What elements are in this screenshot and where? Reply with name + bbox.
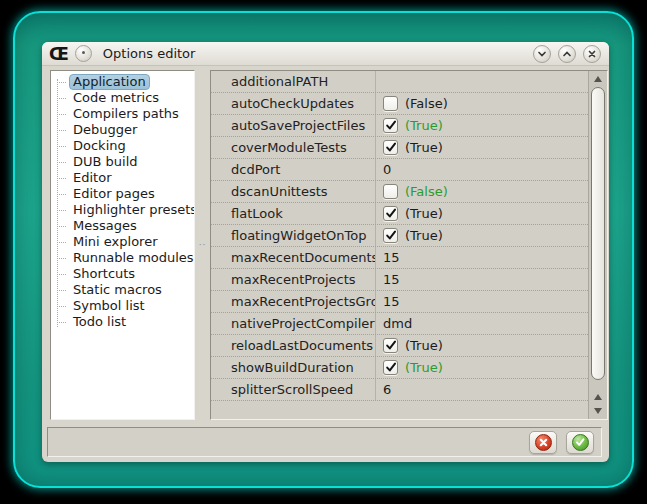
sidebar-item[interactable]: Shortcuts [51, 266, 194, 282]
row-value-text: dmd [383, 313, 412, 334]
value-checkbox[interactable] [383, 140, 398, 155]
table-row[interactable]: maxRecentDocuments 15 [211, 247, 588, 269]
property-value-cell[interactable]: (True) [376, 115, 588, 136]
scroll-up-button[interactable] [589, 72, 607, 86]
sidebar-item[interactable]: Mini explorer [51, 234, 194, 250]
table-row[interactable]: floatingWidgetOnTop (True) [211, 225, 588, 247]
property-value-cell[interactable]: 15 [376, 291, 588, 312]
sidebar-item[interactable]: Symbol list [51, 298, 194, 314]
table-row[interactable]: showBuildDuration (True) [211, 357, 588, 379]
property-value-cell[interactable]: (True) [376, 137, 588, 158]
property-value-cell[interactable]: 15 [376, 247, 588, 268]
table-row[interactable]: maxRecentProjects 15 [211, 269, 588, 291]
check-icon [385, 141, 397, 153]
sidebar-item[interactable]: Runnable modules [51, 250, 194, 266]
property-value-cell[interactable]: dmd [376, 313, 588, 334]
scroll-up-button-bottom[interactable] [589, 390, 607, 404]
category-tree[interactable]: Application Code metrics Compilers paths… [50, 70, 195, 420]
scroll-down-button[interactable] [589, 404, 607, 418]
table-row[interactable]: additionalPATH [211, 71, 588, 93]
property-value-cell[interactable]: 6 [376, 379, 588, 400]
table-row[interactable]: nativeProjectCompiler dmd [211, 313, 588, 335]
table-row[interactable]: autoSaveProjectFiles (True) [211, 115, 588, 137]
close-icon [587, 49, 597, 59]
table-row[interactable]: dscanUnittests (False) [211, 181, 588, 203]
property-grid[interactable]: additionalPATH autoCheckUpdates [210, 70, 608, 420]
sidebar-item[interactable]: Highlighter presets [51, 202, 194, 218]
sidebar-item-label: Todo list [69, 314, 130, 330]
coedit-logo-icon[interactable]: Œ [49, 43, 68, 65]
value-checkbox[interactable] [383, 338, 398, 353]
sidebar-item-label: Docking [69, 138, 130, 154]
pin-button[interactable] [75, 45, 92, 62]
maximize-button[interactable] [558, 45, 576, 63]
triangle-up-icon [594, 76, 602, 82]
property-value-cell[interactable]: (True) [376, 225, 588, 246]
property-value-cell[interactable]: (True) [376, 335, 588, 356]
sidebar-item[interactable]: Debugger [51, 122, 194, 138]
sidebar-item[interactable]: Editor pages [51, 186, 194, 202]
table-row[interactable]: flatLook (True) [211, 203, 588, 225]
triangle-up-icon [594, 394, 602, 400]
sidebar-item[interactable]: Compilers paths [51, 106, 194, 122]
table-row[interactable]: reloadLastDocuments (True) [211, 335, 588, 357]
sidebar-item[interactable]: Application [51, 74, 194, 90]
property-name: dscanUnittests [211, 181, 376, 202]
property-value-cell[interactable]: (False) [376, 181, 588, 202]
table-row[interactable]: autoCheckUpdates (False) [211, 93, 588, 115]
property-value-cell[interactable]: (True) [376, 203, 588, 224]
scrollbar-thumb[interactable] [591, 87, 605, 380]
property-value-cell[interactable] [376, 71, 588, 92]
table-row[interactable]: maxRecentProjectsGrou 15 [211, 291, 588, 313]
value-checkbox[interactable] [383, 228, 398, 243]
property-value-cell[interactable]: (True) [376, 357, 588, 378]
screenshot-stage: Œ Options editor [0, 0, 647, 504]
value-checkbox[interactable] [383, 118, 398, 133]
panel-splitter[interactable]: ·· [195, 70, 210, 420]
close-button[interactable] [583, 45, 601, 63]
window-title: Options editor [103, 46, 196, 61]
property-name: additionalPATH [211, 71, 376, 92]
minimize-button[interactable] [533, 45, 551, 63]
table-row[interactable]: coverModuleTests (True) [211, 137, 588, 159]
sidebar-item[interactable]: DUB build [51, 154, 194, 170]
sidebar-item[interactable]: Docking [51, 138, 194, 154]
property-name: showBuildDuration [211, 357, 376, 378]
property-value-cell[interactable]: 15 [376, 269, 588, 290]
check-icon [385, 207, 397, 219]
sidebar-item-label: Compilers paths [69, 106, 183, 122]
triangle-down-icon [594, 408, 602, 414]
sidebar-item-label: Debugger [69, 122, 141, 138]
value-checkbox[interactable] [383, 360, 398, 375]
dot-pin-icon [82, 51, 85, 54]
sidebar-item-label: Code metrics [69, 90, 163, 106]
vertical-scrollbar[interactable] [588, 71, 607, 419]
sidebar-item[interactable]: Editor [51, 170, 194, 186]
titlebar[interactable]: Œ Options editor [42, 42, 609, 66]
sidebar-item-label: Editor [69, 170, 115, 186]
splitter-grip-icon: ·· [199, 243, 207, 247]
cancel-button[interactable] [529, 431, 557, 454]
window-frame: Œ Options editor [13, 11, 634, 488]
property-value-cell[interactable]: (False) [376, 93, 588, 114]
sidebar-item[interactable]: Code metrics [51, 90, 194, 106]
row-value-text: (True) [405, 335, 443, 356]
row-value-text: 15 [383, 291, 400, 312]
sidebar-item[interactable]: Todo list [51, 314, 194, 330]
property-name: floatingWidgetOnTop [211, 225, 376, 246]
property-value-cell[interactable]: 0 [376, 159, 588, 180]
sidebar-item[interactable]: Messages [51, 218, 194, 234]
row-value-text: (True) [405, 115, 443, 136]
value-checkbox[interactable] [383, 206, 398, 221]
sidebar-item[interactable]: Static macros [51, 282, 194, 298]
property-name: flatLook [211, 203, 376, 224]
table-row[interactable]: dcdPort 0 [211, 159, 588, 181]
value-checkbox[interactable] [383, 96, 398, 111]
row-value-text: 15 [383, 269, 400, 290]
row-value-text: 6 [383, 379, 391, 400]
footer-bar [47, 427, 602, 457]
table-row[interactable]: splitterScrollSpeed 6 [211, 379, 588, 401]
sidebar-item-label: Messages [69, 218, 141, 234]
ok-button[interactable] [566, 431, 594, 454]
value-checkbox[interactable] [383, 184, 398, 199]
